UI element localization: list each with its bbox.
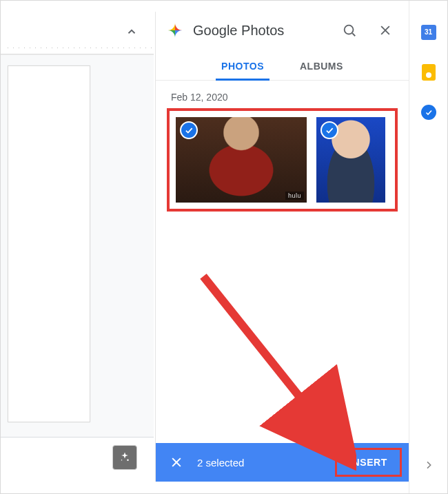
- check-icon: [184, 125, 194, 135]
- calendar-day-number: 31: [425, 25, 432, 40]
- panel-header: Google Photos: [156, 12, 409, 49]
- google-photos-panel: Google Photos PHOTOS ALBUMS Feb 12, 2020…: [155, 12, 409, 482]
- google-photos-logo-icon: [165, 21, 185, 40]
- chevron-right-icon: [423, 460, 434, 471]
- insert-button[interactable]: INSERT: [335, 448, 402, 477]
- collapse-chevron-icon[interactable]: [118, 21, 145, 42]
- annotation-highlight-box: hulu: [167, 108, 398, 212]
- date-group-label: Feb 12, 2020: [171, 92, 398, 103]
- svg-point-6: [127, 460, 128, 461]
- photo-source-tag: hulu: [285, 192, 304, 200]
- keep-addon-button[interactable]: [420, 64, 437, 81]
- panel-tabs: PHOTOS ALBUMS: [156, 49, 409, 81]
- check-icon: [325, 125, 334, 135]
- search-button[interactable]: [336, 17, 363, 44]
- tasks-icon: [421, 105, 436, 120]
- svg-line-1: [352, 33, 355, 36]
- close-icon: [170, 455, 183, 469]
- selection-footer: 2 selected INSERT: [156, 443, 409, 482]
- keep-icon: [422, 64, 436, 81]
- document-page: [8, 65, 90, 422]
- close-icon: [378, 23, 392, 37]
- panel-body: Feb 12, 2020 hulu: [156, 81, 409, 443]
- clear-selection-button[interactable]: [165, 451, 187, 473]
- svg-point-0: [345, 25, 354, 34]
- calendar-addon-button[interactable]: 31: [420, 24, 437, 41]
- explore-button[interactable]: [112, 445, 137, 470]
- selection-count-text: 2 selected: [197, 457, 325, 469]
- photo-thumbnail[interactable]: [314, 115, 387, 205]
- document-ruler: [1, 42, 154, 54]
- photo-thumbnail[interactable]: hulu: [174, 115, 309, 205]
- calendar-icon: 31: [421, 25, 436, 40]
- side-rail: 31: [409, 1, 447, 493]
- sparkle-icon: [119, 451, 131, 464]
- panel-title: Google Photos: [193, 23, 327, 39]
- search-icon: [342, 23, 357, 38]
- rail-expand-button[interactable]: [418, 455, 439, 475]
- selected-check-badge[interactable]: [180, 121, 198, 139]
- tab-photos[interactable]: PHOTOS: [217, 61, 268, 80]
- tasks-addon-button[interactable]: [420, 104, 437, 121]
- close-panel-button[interactable]: [371, 17, 399, 44]
- selected-check-badge[interactable]: [320, 121, 338, 139]
- tab-albums[interactable]: ALBUMS: [296, 61, 347, 80]
- svg-point-7: [121, 460, 123, 461]
